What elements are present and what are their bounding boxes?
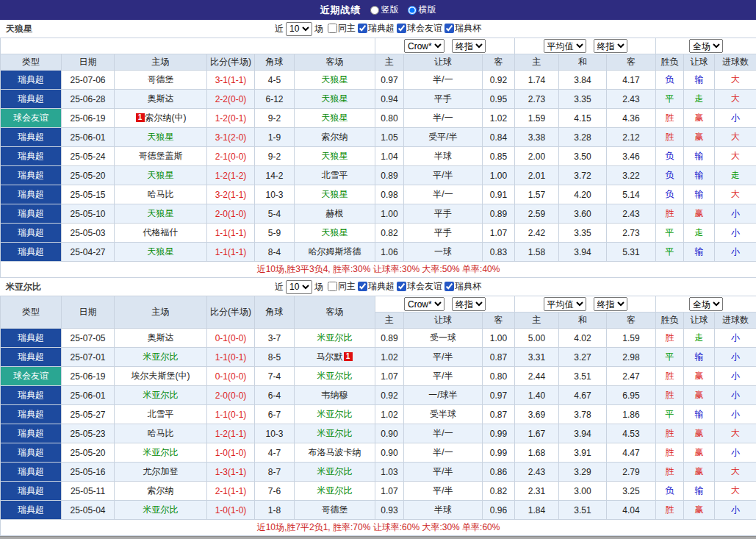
checkbox-label: 同主 — [338, 22, 356, 35]
corners: 4-7 — [255, 443, 295, 463]
team-label[interactable]: 米亚尔比 — [317, 485, 353, 496]
team-label: 索尔纳 — [322, 132, 348, 142]
match-date: 25-04-27 — [62, 243, 115, 262]
team-label[interactable]: 米亚尔比 — [317, 371, 353, 381]
away-team: 米亚尔比 — [295, 482, 375, 501]
team-label[interactable]: 天狼星 — [322, 113, 348, 123]
filter-checkbox[interactable]: 球会友谊 — [397, 22, 442, 35]
bookmaker-select[interactable]: Crow* — [404, 39, 444, 53]
ah-line: 一/球半 — [404, 386, 483, 405]
team-label[interactable]: 米亚尔比 — [317, 332, 353, 343]
eu-draw-odds: 3.00 — [559, 482, 607, 501]
ah-home-odds: 1.07 — [375, 482, 404, 501]
layout-radio-vertical[interactable]: 竖版 — [370, 4, 399, 16]
team-label: 奥斯达 — [148, 332, 174, 343]
odds-select-group: 全场 — [656, 38, 756, 54]
home-team: 尤尔加登 — [115, 463, 207, 482]
match-count-select[interactable]: 10 — [286, 22, 312, 36]
checkbox-input[interactable] — [328, 24, 337, 33]
result-goals: 小 — [715, 501, 756, 520]
ah-line: 受一球 — [404, 329, 483, 348]
team-label[interactable]: 米亚尔比 — [143, 447, 179, 457]
checkbox-input[interactable] — [397, 24, 406, 33]
horizontal-radio-input[interactable] — [408, 6, 417, 15]
team-label[interactable]: 天狼星 — [148, 170, 174, 180]
result-wdl: 负 — [656, 71, 684, 90]
team-label: 哈马比 — [148, 189, 174, 199]
ah-line: 平/半 — [404, 348, 483, 367]
checkbox-input[interactable] — [397, 282, 406, 291]
result-wdl: 负 — [656, 147, 684, 166]
team-label[interactable]: 米亚尔比 — [143, 390, 179, 400]
competition-type: 球会友谊 — [1, 367, 62, 386]
result-handicap: 赢 — [684, 367, 715, 386]
checkbox-input[interactable] — [358, 24, 367, 33]
layout-radio-horizontal[interactable]: 横版 — [408, 4, 436, 16]
scope-select[interactable]: 全场 — [689, 297, 723, 311]
checkbox-input[interactable] — [444, 24, 454, 33]
ah-away-odds: 0.87 — [483, 405, 515, 424]
away-team: 北雪平 — [295, 166, 375, 185]
team-label[interactable]: 米亚尔比 — [143, 504, 179, 515]
team-label[interactable]: 天狼星 — [322, 93, 348, 104]
matches-table: Crow*终指平均值终指全场类型日期主场比分(半场)角球客场主让球客主和客胜负让… — [0, 38, 756, 278]
final1-select[interactable]: 终指 — [452, 39, 486, 53]
filter-checkbox[interactable]: 瑞典杯 — [444, 280, 481, 293]
ah-home-odds: 0.89 — [375, 329, 404, 348]
corners: 8-5 — [255, 348, 295, 367]
team-label[interactable]: 天狼星 — [322, 151, 348, 161]
checkbox-input[interactable] — [444, 282, 454, 291]
team-label[interactable]: 天狼星 — [148, 132, 174, 142]
scope-select[interactable]: 全场 — [689, 39, 723, 53]
ah-home-odds: 0.90 — [375, 424, 404, 443]
average-select[interactable]: 平均值 — [544, 39, 586, 53]
filter-checkbox[interactable]: 瑞典超 — [358, 280, 395, 293]
matches-label: 场 — [314, 281, 323, 293]
corners: 5-4 — [255, 204, 295, 224]
team-label[interactable]: 天狼星 — [322, 227, 348, 238]
eu-home-odds: 1.57 — [515, 185, 559, 204]
ah-line: 平手 — [404, 90, 483, 109]
team-label[interactable]: 米亚尔比 — [317, 428, 353, 438]
average-select[interactable]: 平均值 — [544, 297, 586, 311]
horizontal-scrollbar[interactable] — [0, 536, 756, 539]
corners: 8-7 — [255, 463, 295, 482]
result-wdl: 胜 — [656, 386, 684, 405]
corners: 3-7 — [255, 329, 295, 348]
result-wdl: 胜 — [656, 128, 684, 147]
eu-away-odds: 4.53 — [607, 424, 656, 443]
score-halftime: 1-1(0-1) — [207, 405, 255, 424]
final2-select[interactable]: 终指 — [594, 297, 627, 311]
result-handicap: 赢 — [684, 463, 715, 482]
checkbox-input[interactable] — [328, 282, 337, 291]
result-handicap: 赢 — [684, 443, 715, 463]
team-label[interactable]: 天狼星 — [322, 189, 348, 199]
filter-checkbox[interactable]: 瑞典杯 — [444, 22, 481, 35]
filter-checkbox[interactable]: 瑞典超 — [358, 22, 395, 35]
final2-select[interactable]: 终指 — [594, 39, 627, 53]
filter-checkbox[interactable]: 同主 — [328, 22, 356, 35]
checkbox-input[interactable] — [358, 282, 367, 291]
column-header: 和 — [559, 313, 607, 329]
home-team: 天狼星 — [115, 128, 207, 147]
matches-body: 瑞典超25-07-05奥斯达0-1(0-0)3-7米亚尔比0.89受一球1.00… — [1, 329, 756, 520]
corners: 9-2 — [255, 147, 295, 166]
eu-home-odds: 3.31 — [515, 348, 559, 367]
final1-select[interactable]: 终指 — [452, 297, 486, 311]
match-count-select[interactable]: 10 — [286, 280, 312, 294]
result-handicap: 输 — [684, 348, 715, 367]
team-label[interactable]: 米亚尔比 — [317, 409, 353, 419]
bookmaker-select[interactable]: Crow* — [404, 297, 444, 311]
team-label[interactable]: 天狼星 — [148, 246, 174, 257]
score-halftime: 0-1(0-0) — [207, 329, 255, 348]
team-label[interactable]: 天狼星 — [148, 208, 174, 218]
team-label[interactable]: 米亚尔比 — [143, 351, 179, 362]
match-row: 瑞典超25-05-24哥德堡盖斯2-1(0-0)9-2天狼星1.04半球0.85… — [1, 147, 756, 166]
filter-checkbox[interactable]: 同主 — [328, 280, 356, 293]
match-date: 25-06-28 — [62, 90, 115, 109]
vertical-radio-input[interactable] — [370, 6, 379, 15]
filter-checkbox[interactable]: 球会友谊 — [397, 280, 442, 293]
away-team: 天狼星 — [295, 71, 375, 90]
team-label[interactable]: 米亚尔比 — [317, 466, 353, 476]
team-label[interactable]: 天狼星 — [322, 74, 348, 85]
